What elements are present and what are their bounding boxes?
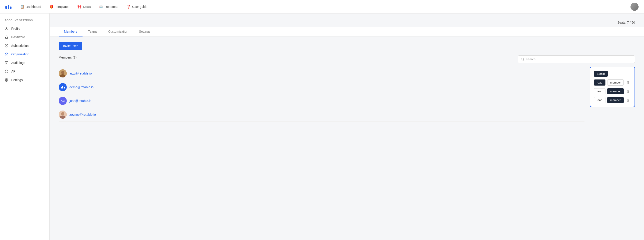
sidebar-item-organization[interactable]: Organization <box>0 50 50 58</box>
tab-settings[interactable]: Settings <box>134 27 156 36</box>
member-row: zeynep@retable.io <box>59 108 584 122</box>
logo-bar-1 <box>6 6 7 9</box>
member-avatar: AB <box>59 97 67 105</box>
news-icon: 🎀 <box>77 5 82 9</box>
search-container <box>518 55 635 63</box>
nav-roadmap[interactable]: 📖 Roadmap <box>96 3 122 10</box>
dashboard-icon: 📋 <box>20 5 24 9</box>
user-guide-icon: ❓ <box>126 5 131 9</box>
templates-icon: 🎁 <box>50 5 54 9</box>
organization-icon <box>4 52 8 56</box>
members-header: Members (7) <box>59 56 76 59</box>
tab-customization[interactable]: Customization <box>103 27 134 36</box>
sidebar-password-label: Password <box>11 35 25 39</box>
search-input[interactable] <box>526 57 632 61</box>
member-row: arzu@retable.io <box>59 67 584 80</box>
role-lead-button-demo[interactable]: lead <box>594 79 606 86</box>
profile-icon <box>4 26 8 31</box>
member-email-demo[interactable]: demo@retable.io <box>70 85 94 89</box>
role-row-zeynep: lead member 🗑 <box>594 97 631 103</box>
svg-point-14 <box>61 112 64 115</box>
nav-user-guide[interactable]: ❓ User guide <box>123 3 151 10</box>
search-icon <box>521 57 524 61</box>
svg-rect-1 <box>6 37 8 38</box>
main-layout: ACCOUNT SETTINGS Profile Password <box>0 13 644 240</box>
sidebar-item-profile[interactable]: Profile <box>0 24 50 33</box>
sidebar-item-audit-logs[interactable]: Audit logs <box>0 58 50 67</box>
nav-roadmap-label: Roadmap <box>105 5 118 8</box>
member-row: demo@retable.io <box>59 80 584 94</box>
sidebar-api-label: API <box>11 70 16 73</box>
members-list: arzu@retable.io demo@retable.io <box>59 67 584 122</box>
member-avatar <box>59 69 67 77</box>
nav-dashboard-label: Dashboard <box>26 5 41 8</box>
delete-icon-zeynep[interactable]: 🗑 <box>626 98 630 102</box>
member-row: AB jose@retable.io <box>59 94 584 108</box>
sidebar: ACCOUNT SETTINGS Profile Password <box>0 13 50 240</box>
top-nav: 📋 Dashboard 🎁 Templates 🎀 News 📖 Roadmap… <box>0 0 644 13</box>
seats-info: Seats: 7 / 50 <box>59 21 635 24</box>
avatar-image-zeynep <box>59 111 67 119</box>
user-avatar[interactable] <box>630 3 638 11</box>
invite-user-button[interactable]: Invite user <box>59 42 82 50</box>
role-member-button-jose[interactable]: member <box>607 88 624 94</box>
svg-point-0 <box>6 27 7 28</box>
sidebar-subscription-label: Subscription <box>11 44 29 47</box>
svg-point-8 <box>521 58 524 60</box>
role-member-button-zeynep[interactable]: member <box>607 97 624 103</box>
sidebar-item-settings[interactable]: Settings <box>0 76 50 84</box>
sidebar-section-title: ACCOUNT SETTINGS <box>0 19 50 24</box>
nav-user-guide-label: User guide <box>132 5 148 8</box>
audit-logs-icon <box>4 61 8 65</box>
sidebar-organization-label: Organization <box>11 52 29 56</box>
nav-dashboard[interactable]: 📋 Dashboard <box>17 3 44 10</box>
sidebar-item-subscription[interactable]: Subscription <box>0 41 50 50</box>
logo-bar-2 <box>8 5 9 9</box>
member-email-jose[interactable]: jose@retable.io <box>70 99 92 103</box>
nav-templates[interactable]: 🎁 Templates <box>46 3 72 10</box>
subscription-icon <box>4 44 8 48</box>
nav-news-label: News <box>83 5 91 8</box>
member-email-arzu[interactable]: arzu@retable.io <box>70 72 92 75</box>
role-lead-button-jose[interactable]: lead <box>594 88 606 94</box>
role-row-demo: lead member 🗑 <box>594 79 631 86</box>
role-lead-button-zeynep[interactable]: lead <box>594 97 606 103</box>
settings-icon <box>4 78 8 82</box>
roadmap-icon: 📖 <box>99 5 103 9</box>
delete-icon-demo[interactable]: 🗑 <box>626 81 630 85</box>
svg-point-11 <box>61 71 64 74</box>
sidebar-profile-label: Profile <box>11 27 20 30</box>
role-panel: admin lead member 🗑 lead member 🗑 lead <box>590 67 635 107</box>
member-avatar <box>59 83 67 91</box>
nav-templates-label: Templates <box>55 5 70 8</box>
sidebar-settings-label: Settings <box>11 78 23 82</box>
seats-label: Seats: 7 / 50 <box>617 21 635 24</box>
member-email-zeynep[interactable]: zeynep@retable.io <box>70 113 96 116</box>
logo-bar-3 <box>10 6 12 9</box>
sidebar-item-api[interactable]: API <box>0 67 50 76</box>
nav-news[interactable]: 🎀 News <box>74 3 94 10</box>
delete-icon-jose[interactable]: 🗑 <box>626 89 630 93</box>
members-panel: arzu@retable.io demo@retable.io <box>59 67 635 122</box>
sidebar-audit-logs-label: Audit logs <box>11 61 25 65</box>
sidebar-item-password[interactable]: Password <box>0 33 50 41</box>
tab-teams[interactable]: Teams <box>82 27 102 36</box>
main-content: Seats: 7 / 50 Members Teams Customizatio… <box>50 13 644 240</box>
role-row-jose: lead member 🗑 <box>594 88 631 94</box>
tabs: Members Teams Customization Settings <box>50 27 644 36</box>
tab-members[interactable]: Members <box>59 27 82 36</box>
member-avatar <box>59 111 67 119</box>
avatar-image <box>630 3 638 11</box>
role-admin-button[interactable]: admin <box>594 71 608 77</box>
role-member-button-demo[interactable]: member <box>607 79 624 86</box>
logo-icon <box>6 5 12 9</box>
role-row-arzu: admin <box>594 71 631 77</box>
api-icon <box>4 69 8 73</box>
svg-point-7 <box>6 79 7 80</box>
logo[interactable] <box>6 5 12 9</box>
svg-line-9 <box>523 60 524 61</box>
demo-logo-icon <box>61 86 65 88</box>
avatar-image-arzu <box>59 69 67 77</box>
password-icon <box>4 35 8 39</box>
